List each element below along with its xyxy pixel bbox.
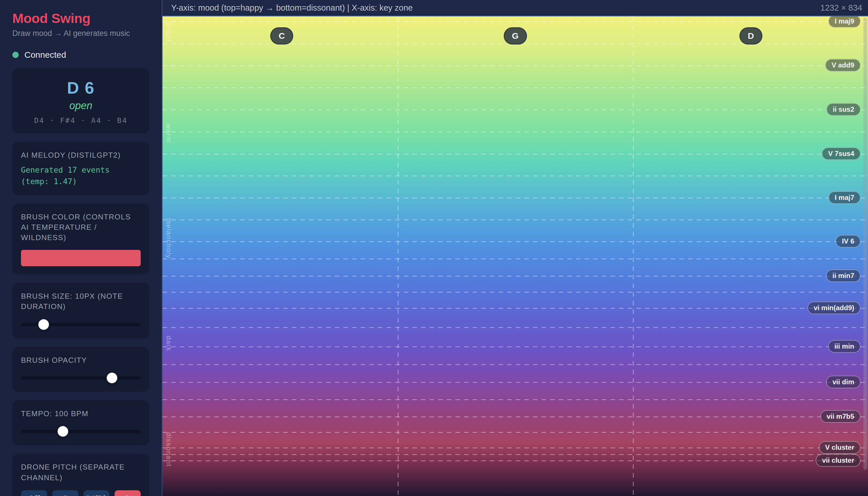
slider-track[interactable] [21, 430, 141, 433]
tempo-slider[interactable] [21, 425, 141, 437]
slider-track[interactable] [21, 376, 141, 380]
mood-gridline [162, 198, 868, 199]
mood-gridline [162, 175, 868, 176]
slider-thumb[interactable] [38, 319, 49, 330]
mood-gridline [162, 292, 868, 293]
chord-row-badge: ii sus2 [826, 103, 861, 116]
app-title: Mood Swing [12, 10, 149, 26]
mood-axis-label-dark: dark [165, 336, 173, 352]
mood-axis-label-dissonant: dissonant [165, 432, 173, 467]
brush-color-card: BRUSH COLOR (CONTROLS AI TEMPERATURE / W… [12, 204, 149, 274]
chord-row-badge: I maj7 [828, 191, 861, 204]
mood-gridline [162, 241, 868, 242]
mood-gridline [162, 448, 868, 448]
chord-row-badge: vi min(add9) [807, 301, 861, 314]
mood-gridline [162, 460, 868, 461]
mood-gridline [162, 364, 868, 365]
mood-axis-label-melancholy: melancholy [165, 218, 173, 259]
key-zone-divider [633, 16, 634, 496]
drone-pitch-button-cdb[interactable]: C#/Db [83, 490, 110, 496]
brush-size-card: BRUSH SIZE: 10PX (NOTE DURATION) [12, 283, 149, 338]
chord-row-badge: IV 6 [836, 235, 861, 248]
drone-pitch-button-c[interactable]: C [52, 490, 78, 496]
app-subtitle: Draw mood → AI generates music [12, 29, 149, 38]
chord-quality: open [21, 100, 141, 112]
chord-row-badge: V cluster [819, 441, 861, 454]
mood-gridline [162, 346, 868, 347]
chord-row-badge: vii dim [826, 376, 861, 388]
brush-opacity-label: BRUSH OPACITY [21, 355, 141, 365]
key-zone-label-g: G [504, 27, 527, 45]
drone-pitch-button-off[interactable]: Off [21, 490, 47, 496]
drone-pitch-grid: OffCC#/DbDD#/EbEFF#/GbGG#/AbAA#/BbB [21, 490, 141, 496]
chord-row-badge: vii m7b5 [820, 410, 861, 423]
mood-axis-label-warm: warm [165, 124, 173, 143]
mood-gridline [162, 65, 868, 66]
tempo-card: TEMPO: 100 BPM [12, 400, 149, 445]
status-dot-icon [12, 52, 19, 58]
brush-size-label: BRUSH SIZE: 10PX (NOTE DURATION) [21, 291, 141, 312]
chord-row-badge: V add9 [825, 59, 861, 72]
connection-status: Connected [12, 50, 149, 60]
canvas-topbar: Y-axis: mood (top=happy → bottom=dissona… [162, 0, 868, 16]
mood-axis-label-bright: bright [165, 22, 173, 43]
mood-gridline [162, 21, 868, 22]
key-zone-label-c: C [270, 27, 293, 45]
chord-notes: D4 · F#4 · A4 · B4 [21, 116, 141, 125]
mood-gridline [162, 131, 868, 133]
mood-gridline [162, 219, 868, 220]
mood-gridline [162, 454, 868, 455]
mood-gridline [162, 432, 868, 433]
slider-thumb[interactable] [58, 426, 68, 437]
mood-gridline [162, 382, 868, 383]
brush-opacity-slider[interactable] [21, 372, 141, 384]
key-zone-label-d: D [739, 27, 762, 45]
drone-pitch-label: DRONE PITCH (SEPARATE CHANNEL) [21, 462, 141, 483]
mood-gridline [162, 87, 868, 88]
canvas-dimensions-label: 1232 × 834 [820, 3, 862, 13]
tempo-label: TEMPO: 100 BPM [21, 408, 141, 419]
brush-opacity-card: BRUSH OPACITY [12, 347, 149, 392]
sidebar: Mood Swing Draw mood → AI generates musi… [0, 0, 162, 496]
brush-size-slider[interactable] [21, 319, 141, 330]
mood-gridline [162, 308, 868, 309]
axis-info-label: Y-axis: mood (top=happy → bottom=dissona… [171, 3, 413, 13]
mood-gridline [162, 154, 868, 155]
mood-gridline [162, 109, 868, 110]
ai-melody-card: AI MELODY (DISTILGPT2) Generated 17 even… [12, 142, 149, 195]
slider-thumb[interactable] [107, 373, 117, 384]
mood-gridline [162, 259, 868, 259]
brush-color-label: BRUSH COLOR (CONTROLS AI TEMPERATURE / W… [21, 212, 141, 243]
drone-pitch-button-d[interactable]: D [114, 490, 141, 496]
chord-row-badge: I maj9 [828, 16, 861, 28]
drone-card: DRONE PITCH (SEPARATE CHANNEL) OffCC#/Db… [12, 454, 149, 496]
main-area: Y-axis: mood (top=happy → bottom=dissona… [162, 0, 868, 496]
chord-name: D 6 [21, 78, 141, 97]
chord-row-badge: V 7sus4 [822, 148, 861, 160]
brush-color-swatch[interactable] [21, 250, 141, 266]
mood-gridline [162, 416, 868, 417]
ai-melody-status: Generated 17 events (temp: 1.47) [21, 164, 141, 187]
mood-gridline [162, 399, 868, 400]
canvas-scrollbar[interactable] [864, 17, 867, 470]
key-zone-divider [398, 16, 398, 496]
chord-row-badge: ii min7 [826, 269, 861, 282]
status-label: Connected [25, 50, 66, 60]
mood-gridline [162, 327, 868, 328]
chord-row-badge: vii cluster [816, 454, 861, 467]
mood-gridline [162, 276, 868, 277]
mood-drawing-canvas[interactable]: I maj9V add9ii sus2V 7sus4I maj7IV 6ii m… [162, 16, 868, 496]
chord-display-card: D 6 open D4 · F#4 · A4 · B4 [12, 68, 149, 133]
ai-melody-label: AI MELODY (DISTILGPT2) [21, 150, 141, 160]
chord-row-badge: iii min [828, 340, 861, 353]
